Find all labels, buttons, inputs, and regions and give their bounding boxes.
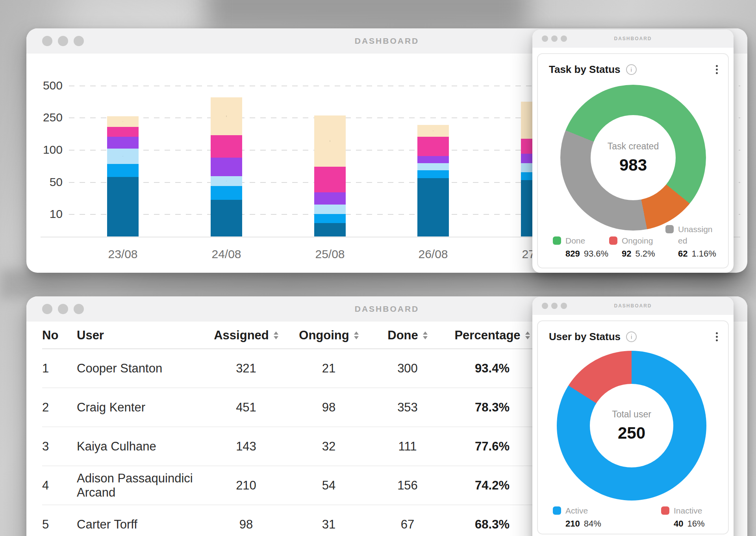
cell-percentage: 78.3% <box>447 400 537 415</box>
donut-center-value: 250 <box>618 424 645 443</box>
titlebar: DASHBOARD <box>532 30 734 48</box>
cell-no: 5 <box>42 517 77 532</box>
sort-icon[interactable] <box>423 331 428 339</box>
cell-user: Kaiya Culhane <box>77 439 203 454</box>
cell-ongoing: 21 <box>289 361 368 376</box>
legend-label: Ongoing <box>622 235 653 246</box>
user-by-status-card: User by Status i Total user 250 Active21… <box>537 320 729 534</box>
x-axis-category-label: 25/08 <box>298 248 361 261</box>
legend-item-top: Done <box>553 235 609 246</box>
bar-segment-dark-blue <box>211 200 242 236</box>
legend-item-top: Inactive <box>661 505 724 516</box>
legend-item-done[interactable]: Done82993.6% <box>553 224 609 259</box>
bar-segment-bright-blue <box>107 164 139 177</box>
cell-percentage: 93.4% <box>447 361 537 376</box>
legend-item-unassigned[interactable]: Unassigned621.16% <box>665 224 723 259</box>
cell-user: Carter Torff <box>77 517 203 532</box>
cell-percentage: 77.6% <box>447 439 537 454</box>
donut-center-label: Total user <box>612 409 651 420</box>
bar-segment-light-blue <box>211 176 242 186</box>
legend-percent: 5.2% <box>635 249 655 259</box>
legend-percent: 16% <box>687 519 704 529</box>
info-icon[interactable]: i <box>626 64 637 75</box>
legend-item-ongoing[interactable]: Ongoing925.2% <box>609 224 665 259</box>
column-header-ongoing[interactable]: Ongoing <box>289 328 368 342</box>
bar-segment-pink <box>107 127 139 137</box>
bar-segment-dark-blue <box>417 178 449 236</box>
bar-segment-pink <box>314 167 346 193</box>
x-axis-category-label: 23/08 <box>91 248 154 261</box>
legend-percent: 93.6% <box>584 249 608 259</box>
cell-assigned: 451 <box>203 400 289 415</box>
cell-done: 67 <box>368 517 447 532</box>
cell-no: 1 <box>42 361 77 376</box>
window-task-by-status: DASHBOARD Task by Status i Task created … <box>532 30 734 273</box>
legend-item-top: Active <box>553 505 661 516</box>
bar-segment-bright-blue <box>211 186 242 199</box>
legend-values: 4016% <box>674 519 724 529</box>
column-header-label: No <box>42 328 58 342</box>
legend-swatch <box>609 236 617 245</box>
y-axis-tick-label: 50 <box>26 176 63 188</box>
column-header-user: User <box>77 328 203 342</box>
legend-label: Done <box>565 235 585 246</box>
cell-assigned: 98 <box>203 517 289 532</box>
bar-segment-pink <box>211 135 242 158</box>
column-header-percentage[interactable]: Percentage <box>447 328 537 342</box>
card-header: User by Status i <box>549 331 719 343</box>
column-header-assigned[interactable]: Assigned <box>203 328 289 342</box>
cell-no: 3 <box>42 439 77 454</box>
legend-item-inactive[interactable]: Inactive4016% <box>661 505 724 529</box>
window-title: DASHBOARD <box>532 36 734 41</box>
sort-icon[interactable] <box>525 331 530 339</box>
cell-ongoing: 54 <box>289 478 368 493</box>
bar-segment-cream <box>314 115 346 167</box>
cell-assigned: 143 <box>203 439 289 454</box>
cell-done: 111 <box>368 439 447 454</box>
bar-segment-light-blue <box>314 205 346 214</box>
bar-segment-cream <box>211 97 242 135</box>
card-header: Task by Status i <box>549 63 719 76</box>
bar-segment-pink <box>417 137 449 156</box>
legend-swatch <box>661 506 669 515</box>
legend-values: 21084% <box>565 519 661 529</box>
cell-no: 4 <box>42 478 77 493</box>
backdrop-blur-shape <box>0 270 756 299</box>
legend-values: 82993.6% <box>565 249 609 259</box>
cell-percentage: 74.2% <box>447 478 537 493</box>
y-axis-tick-label: 10 <box>26 208 63 220</box>
window-title: DASHBOARD <box>532 303 734 309</box>
bar-segment-dark-blue <box>314 223 346 236</box>
sort-icon[interactable] <box>274 331 278 339</box>
cell-assigned: 210 <box>203 478 289 493</box>
donut-center-value: 983 <box>619 156 647 175</box>
x-axis-category-label: 24/08 <box>195 248 258 261</box>
bar-segment-purple <box>211 158 242 177</box>
legend-item-top: Ongoing <box>609 235 665 246</box>
cell-user: Adison Passaquindici Arcand <box>77 471 203 500</box>
donut-center-label: Task created <box>608 141 659 152</box>
column-header-label: User <box>77 328 104 342</box>
legend-swatch <box>665 225 674 233</box>
bar-segment-dark-blue <box>107 177 139 236</box>
bar-segment-purple <box>314 192 346 204</box>
legend-count: 40 <box>674 519 683 529</box>
task-donut-chart: Task created 983 <box>560 85 706 231</box>
titlebar: DASHBOARD <box>532 297 734 315</box>
cell-ongoing: 98 <box>289 400 368 415</box>
legend-item-top: Unassigned <box>665 224 723 246</box>
column-header-done[interactable]: Done <box>368 328 447 342</box>
bar-segment-bright-blue <box>314 214 346 223</box>
info-icon[interactable]: i <box>626 331 637 342</box>
column-header-label: Assigned <box>214 328 269 342</box>
kebab-menu-icon[interactable] <box>716 65 718 74</box>
legend-percent: 1.16% <box>691 249 716 259</box>
legend-item-active[interactable]: Active21084% <box>553 505 661 529</box>
cell-ongoing: 32 <box>289 439 368 454</box>
column-header-label: Ongoing <box>299 328 349 342</box>
cell-user: Craig Kenter <box>77 400 203 415</box>
bar-segment-cream <box>417 125 449 137</box>
sort-icon[interactable] <box>354 331 359 339</box>
y-axis-tick-label: 250 <box>26 111 63 124</box>
kebab-menu-icon[interactable] <box>716 332 718 341</box>
